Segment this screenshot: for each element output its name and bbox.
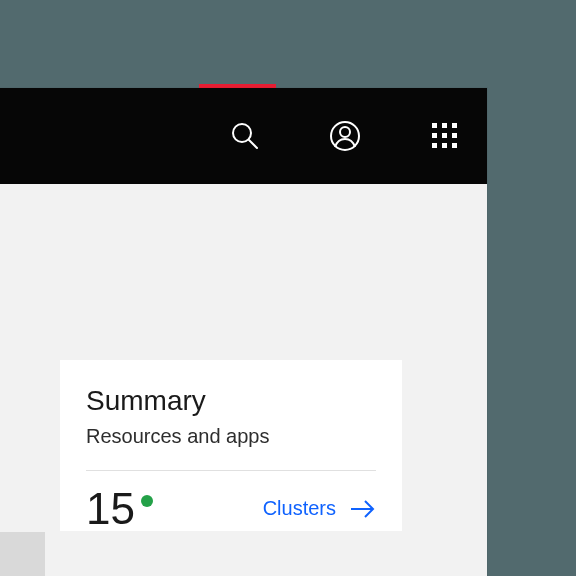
- arrow-right-icon: [350, 499, 376, 519]
- clusters-link[interactable]: Clusters: [263, 497, 376, 520]
- svg-rect-10: [432, 143, 437, 148]
- app-switcher-icon[interactable]: [425, 116, 465, 156]
- clusters-link-label: Clusters: [263, 497, 336, 520]
- content-area: Summary Resources and apps 15 Clusters: [0, 184, 487, 576]
- svg-rect-6: [452, 123, 457, 128]
- svg-rect-5: [442, 123, 447, 128]
- svg-rect-9: [452, 133, 457, 138]
- svg-rect-11: [442, 143, 447, 148]
- search-icon[interactable]: [225, 116, 265, 156]
- cluster-count-metric: 15: [86, 487, 153, 531]
- svg-rect-4: [432, 123, 437, 128]
- account-icon[interactable]: [325, 116, 365, 156]
- status-dot-icon: [141, 495, 153, 507]
- svg-point-3: [340, 127, 350, 137]
- summary-row-clusters: 15 Clusters: [86, 471, 376, 531]
- summary-title: Summary: [86, 384, 376, 418]
- svg-rect-12: [452, 143, 457, 148]
- summary-subtitle: Resources and apps: [86, 424, 376, 448]
- top-nav-bar: [0, 88, 487, 184]
- svg-rect-7: [432, 133, 437, 138]
- adjacent-card-stub: [0, 532, 45, 576]
- summary-card: Summary Resources and apps 15 Clusters: [60, 360, 402, 531]
- svg-line-1: [249, 140, 257, 148]
- cluster-count-value: 15: [86, 487, 135, 531]
- svg-rect-8: [442, 133, 447, 138]
- app-window: Summary Resources and apps 15 Clusters: [0, 88, 487, 576]
